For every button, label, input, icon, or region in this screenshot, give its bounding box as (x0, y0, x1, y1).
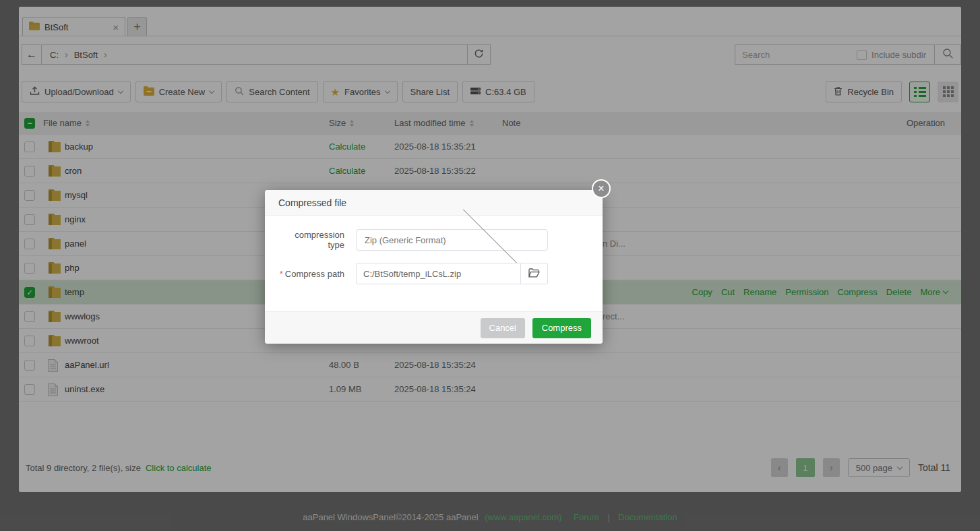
compression-type-select[interactable]: Zip (Generic Format) (356, 229, 548, 251)
browse-button[interactable] (521, 263, 548, 284)
select-value: Zip (Generic Format) (365, 235, 452, 245)
dialog-header: Compressed file (265, 190, 603, 216)
compress-path-input[interactable] (356, 263, 521, 284)
file-manager-screen: BtSoft × + ← C: › BtSoft › (0, 0, 980, 531)
compress-path-row: *Compress path (278, 263, 548, 284)
dialog-title: Compressed file (278, 197, 346, 208)
label-text: Compress path (285, 269, 344, 279)
compress-dialog: × Compressed file compression type Zip (… (265, 190, 603, 344)
compress-button[interactable]: Compress (532, 318, 591, 338)
dialog-footer: Cancel Compress (265, 311, 603, 344)
folder-open-icon (528, 268, 540, 280)
chevron-down-icon (463, 206, 528, 271)
compress-path-group (356, 263, 548, 284)
close-icon: × (598, 183, 604, 195)
dialog-close-button[interactable]: × (592, 179, 611, 198)
cancel-button[interactable]: Cancel (481, 318, 525, 338)
compression-type-row: compression type Zip (Generic Format) (278, 229, 548, 251)
compression-type-label: compression type (278, 230, 344, 250)
required-asterisk: * (280, 269, 283, 279)
compress-path-label: *Compress path (278, 269, 344, 279)
